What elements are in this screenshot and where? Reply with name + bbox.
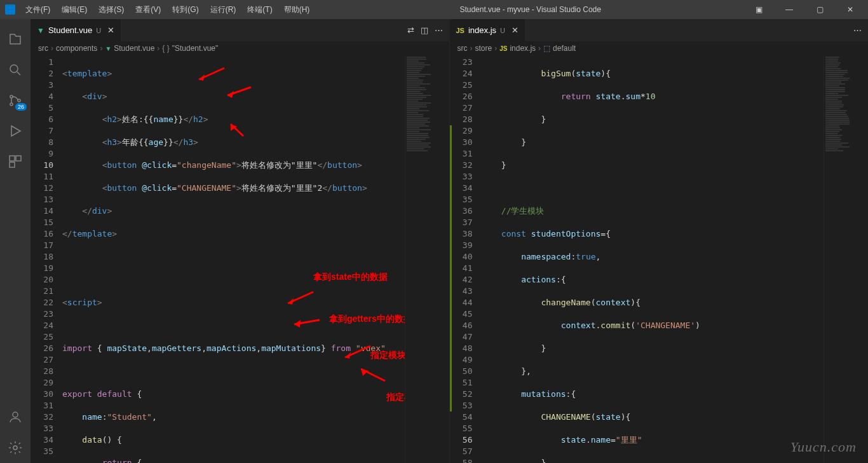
editor-left: ▼ Student.vue U ✕ ⇄ ◫ ⋯ src› components›… bbox=[31, 19, 450, 463]
explorer-icon[interactable] bbox=[0, 24, 31, 55]
code-left[interactable]: <template> <div> <h2>姓名:{{name}}</h2> <h… bbox=[62, 55, 405, 463]
menu-view[interactable]: 查看(V) bbox=[130, 2, 166, 18]
more-icon[interactable]: ⋯ bbox=[853, 25, 862, 35]
accounts-icon[interactable] bbox=[0, 402, 31, 432]
scm-badge: 26 bbox=[15, 103, 27, 111]
breadcrumbs-left[interactable]: src› components› ▼Student.vue› { }"Stude… bbox=[31, 41, 449, 55]
svg-point-2 bbox=[10, 103, 13, 106]
code-area-right[interactable]: 2324252627282930313233343536373839404142… bbox=[450, 55, 869, 463]
gutter-left: 1234567891011121314151617181920212223242… bbox=[31, 55, 62, 463]
settings-icon[interactable] bbox=[0, 432, 31, 463]
menu-run[interactable]: 运行(R) bbox=[205, 2, 241, 18]
menu-selection[interactable]: 选择(S) bbox=[93, 2, 129, 18]
js-icon: JS bbox=[456, 27, 465, 34]
search-icon[interactable] bbox=[0, 55, 31, 85]
code-right[interactable]: bigSum(state){ return state.sum*10 } } }… bbox=[482, 55, 824, 463]
menu-help[interactable]: 帮助(H) bbox=[279, 2, 315, 18]
code-area-left[interactable]: 1234567891011121314151617181920212223242… bbox=[31, 55, 449, 463]
menu-edit[interactable]: 编辑(E) bbox=[57, 2, 92, 18]
compare-icon[interactable]: ⇄ bbox=[407, 25, 414, 35]
maximize-icon[interactable]: ▢ bbox=[807, 5, 832, 14]
menubar: 文件(F) 编辑(E) 选择(S) 查看(V) 转到(G) 运行(R) 终端(T… bbox=[20, 2, 315, 18]
layout-icon[interactable]: ▣ bbox=[746, 5, 771, 14]
titlebar: 文件(F) 编辑(E) 选择(S) 查看(V) 转到(G) 运行(R) 终端(T… bbox=[0, 0, 868, 19]
activity-bar: 26 bbox=[0, 19, 31, 463]
close-icon[interactable]: ✕ bbox=[837, 5, 863, 14]
svg-point-8 bbox=[13, 446, 17, 450]
tabs-right: JS index.js U ✕ ⋯ bbox=[450, 19, 869, 41]
split-icon[interactable]: ◫ bbox=[421, 25, 428, 35]
tab-label: Student.vue bbox=[48, 25, 92, 35]
source-control-icon[interactable]: 26 bbox=[0, 85, 31, 116]
menu-file[interactable]: 文件(F) bbox=[20, 2, 55, 18]
svg-point-7 bbox=[13, 412, 18, 417]
run-debug-icon[interactable] bbox=[0, 116, 31, 146]
svg-rect-5 bbox=[16, 156, 21, 161]
tab-label: index.js bbox=[468, 25, 496, 35]
tab-modified: U bbox=[96, 27, 101, 34]
gutter-right: 2324252627282930313233343536373839404142… bbox=[450, 55, 482, 463]
svg-point-1 bbox=[10, 95, 13, 98]
menu-go[interactable]: 转到(G) bbox=[167, 2, 203, 18]
editor-right: JS index.js U ✕ ⋯ src› store› JS index.j… bbox=[450, 19, 869, 463]
tab-student-vue[interactable]: ▼ Student.vue U ✕ bbox=[31, 19, 121, 41]
tab-close-icon[interactable]: ✕ bbox=[107, 25, 114, 35]
more-icon[interactable]: ⋯ bbox=[435, 25, 443, 35]
extensions-icon[interactable] bbox=[0, 146, 31, 177]
vscode-logo-icon bbox=[5, 4, 15, 15]
minimap-right[interactable] bbox=[824, 55, 868, 463]
menu-terminal[interactable]: 终端(T) bbox=[242, 2, 277, 18]
tabs-left: ▼ Student.vue U ✕ ⇄ ◫ ⋯ bbox=[31, 19, 449, 41]
minimap-left[interactable] bbox=[405, 55, 449, 463]
tab-index-js[interactable]: JS index.js U ✕ bbox=[450, 19, 526, 41]
svg-point-0 bbox=[10, 65, 18, 73]
window-title: Student.vue - myvue - Visual Studio Code bbox=[315, 5, 746, 14]
vue-icon: ▼ bbox=[37, 26, 44, 35]
tab-modified: U bbox=[500, 27, 505, 34]
tab-close-icon[interactable]: ✕ bbox=[512, 25, 519, 35]
svg-rect-6 bbox=[10, 162, 15, 167]
svg-rect-4 bbox=[10, 156, 15, 161]
breadcrumbs-right[interactable]: src› store› JS index.js› ⬚ default bbox=[450, 41, 869, 55]
minimize-icon[interactable]: — bbox=[776, 5, 802, 14]
